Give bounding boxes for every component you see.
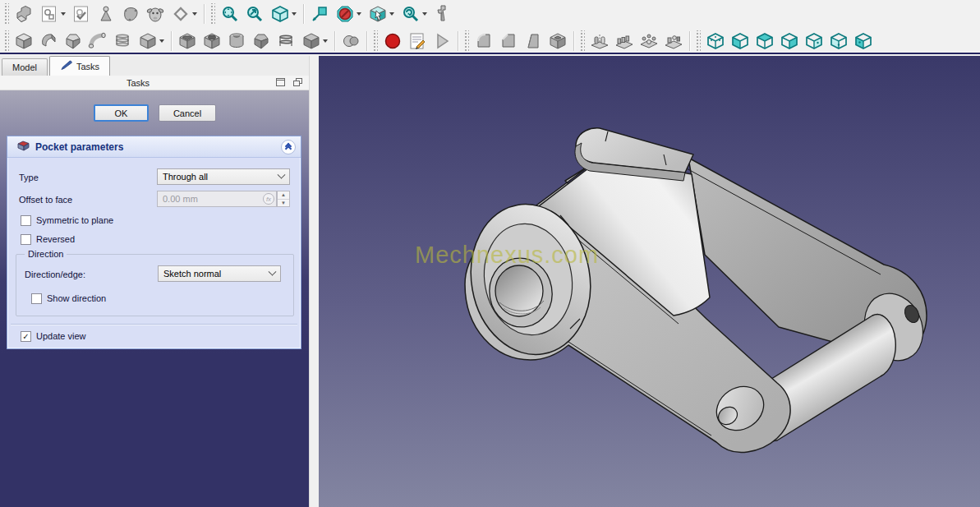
additive-pipe-button[interactable] [86, 30, 109, 53]
zoom-selection-button[interactable] [243, 2, 266, 25]
subtractive-loft-button[interactable] [250, 30, 273, 53]
subtractive-primitive-button[interactable] [299, 30, 330, 53]
view-axonometric-button[interactable] [704, 30, 727, 53]
hole-button[interactable] [200, 30, 223, 53]
spin-down-icon[interactable]: ▼ [278, 200, 289, 207]
toolbar-grip[interactable] [372, 30, 378, 52]
edit-sketch-icon [71, 4, 91, 24]
additive-loft-button[interactable] [62, 30, 85, 53]
panel-tab-bar: Model Tasks [0, 56, 309, 76]
sketch-shape-button[interactable] [119, 2, 142, 25]
additive-pipe-icon [88, 31, 108, 51]
checkbox-reversed-box[interactable] [21, 234, 31, 245]
checkbox-update-view-box[interactable]: ✓ [21, 331, 31, 342]
groove-button[interactable] [225, 30, 248, 53]
pad-button[interactable] [12, 30, 35, 53]
panel-splitter[interactable] [309, 56, 319, 507]
boolean-sphere-button[interactable] [339, 30, 362, 53]
expression-icon[interactable]: fx [263, 193, 274, 205]
ok-button[interactable]: OK [94, 104, 149, 122]
run-macro-button[interactable] [430, 30, 453, 53]
checkbox-reversed[interactable]: Reversed [21, 233, 75, 245]
pocket-button[interactable] [176, 30, 199, 53]
direction-edge-select[interactable]: Sketch normal [158, 265, 281, 282]
offset-spinner[interactable]: ▲ ▼ [277, 191, 290, 207]
create-sketch-dropdown-icon[interactable] [61, 12, 66, 16]
chamfer-button[interactable] [497, 30, 520, 53]
view-left-button[interactable] [852, 30, 875, 53]
toolbar-grip[interactable] [3, 30, 9, 52]
view-front-button[interactable]: undefined [729, 30, 752, 53]
spin-up-icon[interactable]: ▲ [278, 191, 289, 200]
subtractive-helix-button[interactable] [274, 30, 297, 53]
dock-icon[interactable] [276, 78, 285, 88]
revolution-button[interactable] [37, 30, 60, 53]
draft-button[interactable] [522, 30, 545, 53]
record-macro-button[interactable] [381, 30, 404, 53]
pocket-parameters-header[interactable]: Pocket parameters [7, 136, 301, 158]
zoom-refresh-dropdown-icon[interactable] [422, 12, 427, 16]
select-box-dropdown-icon[interactable] [389, 12, 394, 16]
toolbar-grip[interactable] [463, 30, 469, 52]
toolbar-grip[interactable] [579, 30, 585, 52]
chevron-down-icon [278, 170, 286, 178]
zoom-fit-button[interactable] [219, 2, 242, 25]
body-button[interactable] [12, 2, 35, 25]
select-box-button[interactable] [366, 2, 397, 25]
toolbar-grip[interactable] [3, 3, 9, 25]
mirrored-button[interactable] [588, 30, 611, 53]
float-icon[interactable] [293, 78, 302, 88]
view-top-button[interactable]: undefined [753, 30, 776, 53]
subtractive-primitive-dropdown-icon[interactable] [323, 39, 328, 43]
collapse-icon[interactable] [281, 140, 296, 154]
thickness-button[interactable] [546, 30, 569, 53]
polar-pattern-button[interactable] [637, 30, 660, 53]
type-select[interactable]: Through all [157, 168, 290, 185]
additive-primitive-dropdown-icon[interactable] [159, 39, 164, 43]
direction-group-title: Direction [25, 249, 67, 259]
3d-viewport[interactable]: Mechnexus.com [319, 56, 980, 507]
mirrored-icon [590, 31, 610, 51]
clipping-dropdown-icon[interactable] [357, 12, 361, 16]
checkbox-symmetric[interactable]: Symmetric to plane [21, 214, 113, 226]
additive-primitive-button[interactable] [136, 30, 167, 53]
edit-macro-button[interactable] [406, 30, 429, 53]
zoom-refresh-button[interactable] [398, 2, 430, 25]
view-bottom-button[interactable] [827, 30, 850, 53]
clipping-button[interactable] [333, 2, 364, 25]
validate-sketch-button[interactable] [144, 2, 167, 25]
datum-dropdown-icon[interactable] [192, 12, 197, 16]
view-right-button[interactable]: undefined [778, 30, 801, 53]
checkbox-show-direction-box[interactable] [31, 293, 42, 304]
map-sketch-button[interactable] [94, 2, 117, 25]
edit-sketch-button[interactable] [70, 2, 93, 25]
map-sketch-icon [96, 4, 116, 24]
view-left-icon [853, 31, 873, 51]
pad-icon [14, 31, 34, 51]
checkbox-show-direction[interactable]: Show direction [31, 293, 106, 304]
tab-model[interactable]: Model [2, 58, 48, 76]
linear-pattern-button[interactable] [613, 30, 636, 53]
create-sketch-button[interactable] [37, 2, 68, 25]
additive-helix-button[interactable] [111, 30, 134, 53]
toolbar-grip[interactable] [695, 30, 701, 52]
fillet-button[interactable] [472, 30, 495, 53]
main-bore-hole[interactable] [495, 265, 543, 316]
checkbox-update-view[interactable]: ✓ Update view [21, 330, 86, 342]
datum-button[interactable] [168, 2, 200, 25]
axonometric-cube-dropdown-icon[interactable] [292, 12, 297, 16]
axonometric-cube-button[interactable] [268, 2, 299, 25]
zoom-fit-icon [220, 4, 240, 24]
offset-input[interactable]: 0.00 mm fx [157, 191, 277, 207]
pocket-icon [16, 141, 30, 153]
view-rear-icon [804, 31, 824, 51]
measure-button[interactable] [431, 2, 454, 25]
tab-tasks[interactable]: Tasks [49, 56, 110, 76]
toolbar-grip[interactable] [209, 3, 215, 25]
align-view-button[interactable] [308, 2, 331, 25]
cancel-button[interactable]: Cancel [159, 104, 216, 122]
checkbox-symmetric-box[interactable] [21, 215, 31, 226]
multitransform-button[interactable] [662, 30, 685, 53]
view-rear-button[interactable] [803, 30, 826, 53]
select-box-icon [368, 4, 388, 24]
